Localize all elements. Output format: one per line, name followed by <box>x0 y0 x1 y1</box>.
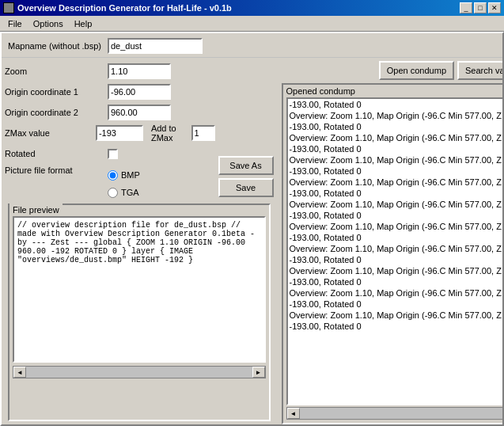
open-condump-button[interactable]: Open condump <box>379 61 454 80</box>
top-buttons: Open condump Search values <box>279 58 503 83</box>
condump-item: -193.00, Rotated 0 <box>288 321 503 332</box>
origin-coord1-label: Origin coordinate 1 <box>5 87 108 97</box>
zoom-input[interactable] <box>108 63 171 79</box>
mapname-label: Mapname (without .bsp) <box>8 41 101 51</box>
condump-item: -193.00, Rotated 0 <box>288 276 503 287</box>
rotated-checkbox[interactable] <box>108 149 118 159</box>
rotated-label: Rotated <box>5 149 108 158</box>
menu-bar: File Options Help <box>0 16 504 32</box>
radio-tga-label: TGA <box>121 188 139 197</box>
radio-tga-row: TGA <box>108 184 140 200</box>
condump-item: -193.00, Rotated 0 <box>288 99 503 110</box>
left-panel: Zoom Origin coordinate 1 Origin coordina… <box>5 58 274 424</box>
origin-coord1-input[interactable] <box>108 84 171 100</box>
condump-item: Overview: Zoom 1.10, Map Origin (-96.C M… <box>288 110 503 121</box>
condump-panel: Opened condump -193.00, Rotated 0Overvie… <box>282 83 503 424</box>
form-area: Zoom Origin coordinate 1 Origin coordina… <box>5 58 274 200</box>
condump-item: -193.00, Rotated 0 <box>288 210 503 221</box>
condump-item: -193.00, Rotated 0 <box>288 121 503 132</box>
preview-scroll-track <box>26 367 252 378</box>
condump-h-scrollbar[interactable]: ◄ ► <box>286 407 503 420</box>
title-bar-text: Overview Description Generator for Half-… <box>17 3 460 13</box>
preview-scroll-left[interactable]: ◄ <box>13 367 26 378</box>
zmax-row: Add to ZMax <box>96 124 215 143</box>
condump-item: Overview: Zoom 1.10, Map Origin (-96.C M… <box>288 243 503 254</box>
file-preview-label: File preview <box>9 203 63 216</box>
condump-item: -193.00, Rotated 0 <box>288 232 503 243</box>
condump-scroll-left[interactable]: ◄ <box>287 408 300 419</box>
zmax-input[interactable] <box>96 125 143 141</box>
file-preview-content[interactable]: // overview description file for de_dust… <box>13 216 266 363</box>
title-bar: Overview Description Generator for Half-… <box>0 0 504 16</box>
radio-bmp[interactable] <box>108 170 118 181</box>
condump-item: Overview: Zoom 1.10, Map Origin (-96.C M… <box>288 154 503 165</box>
title-bar-buttons: _ □ ✕ <box>460 2 501 13</box>
search-values-button[interactable]: Search values <box>457 61 502 80</box>
mapname-input[interactable] <box>108 38 203 54</box>
condump-item: Overview: Zoom 1.10, Map Origin (-96.C M… <box>288 265 503 276</box>
zoom-label: Zoom <box>5 67 108 76</box>
picture-format-group: BMP TGA <box>108 167 140 200</box>
menu-help[interactable]: Help <box>70 17 97 30</box>
condump-item: Overview: Zoom 1.10, Map Origin (-96.C M… <box>288 132 503 143</box>
condump-scroll-track <box>300 408 503 419</box>
radio-tga[interactable] <box>108 188 118 198</box>
condump-item: Overview: Zoom 1.10, Map Origin (-96.C M… <box>288 287 503 299</box>
radio-bmp-row: BMP <box>108 167 140 183</box>
add-to-zmax-label: Add to ZMax <box>151 124 185 143</box>
app-icon <box>3 2 14 13</box>
menu-options[interactable]: Options <box>28 17 68 30</box>
condump-list[interactable]: -193.00, Rotated 0Overview: Zoom 1.10, M… <box>286 97 503 405</box>
condump-item: Overview: Zoom 1.10, Map Origin (-96.C M… <box>288 221 503 232</box>
condump-item: -193.00, Rotated 0 <box>288 254 503 265</box>
origin-coord2-input[interactable] <box>108 105 171 120</box>
preview-scroll-right[interactable]: ► <box>252 367 265 378</box>
close-button[interactable]: ✕ <box>488 2 501 13</box>
condump-item: Overview: Zoom 1.10, Map Origin (-96.C M… <box>288 199 503 210</box>
form-fields: Zoom Origin coordinate 1 Origin coordina… <box>5 58 215 200</box>
side-buttons: Save As Save <box>215 58 274 200</box>
picture-format-label: Picture file format <box>5 165 108 175</box>
condump-label: Opened condump <box>283 85 503 97</box>
save-as-button[interactable]: Save As <box>218 156 274 175</box>
menu-file[interactable]: File <box>3 17 27 30</box>
radio-bmp-label: BMP <box>121 170 140 180</box>
save-button[interactable]: Save <box>218 178 274 197</box>
main-window: Mapname (without .bsp) Zoom Origin coord… <box>0 32 504 426</box>
condump-item: Overview: Zoom 1.10, Map Origin (-96.C M… <box>288 310 503 321</box>
maximize-button[interactable]: □ <box>474 2 487 13</box>
condump-item: Overview: Zoom 1.10, Map Origin (-96.C M… <box>288 177 503 188</box>
zmax-label: ZMax value <box>5 128 96 138</box>
condump-item: -193.00, Rotated 0 <box>288 165 503 177</box>
preview-h-scrollbar[interactable]: ◄ ► <box>13 366 266 378</box>
minimize-button[interactable]: _ <box>460 2 472 13</box>
origin-coord2-label: Origin coordinate 2 <box>5 108 108 117</box>
right-panel: Open condump Search values Opened condum… <box>279 58 503 424</box>
add-to-zmax-input[interactable] <box>191 125 215 141</box>
file-preview-section: File preview // overview description fil… <box>8 203 271 421</box>
condump-item: -193.00, Rotated 0 <box>288 299 503 310</box>
condump-item: -193.00, Rotated 0 <box>288 188 503 199</box>
condump-item: -193.00, Rotated 0 <box>288 143 503 154</box>
